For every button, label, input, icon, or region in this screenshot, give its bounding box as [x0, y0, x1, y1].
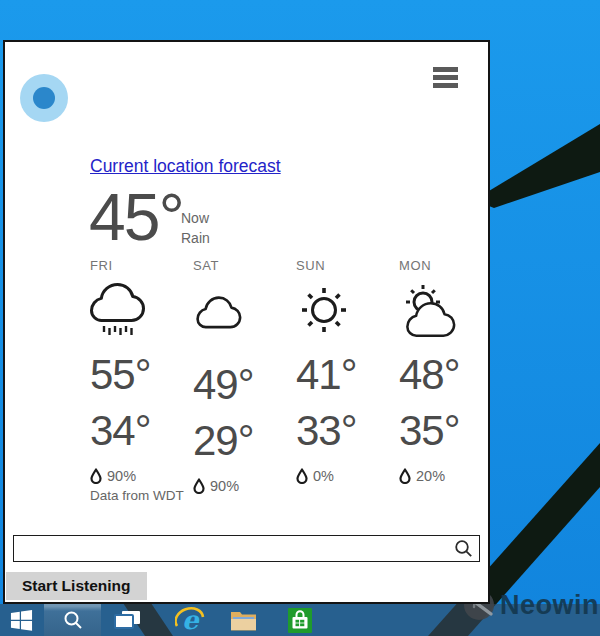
precip-value: 90% [107, 468, 136, 484]
low-temp: 35° [399, 410, 460, 466]
current-temp: 45° [89, 184, 183, 250]
neowin-wordmark: Neowin [500, 590, 599, 621]
forecast-day-column: SUN 41° 33° 0% [296, 258, 399, 494]
forecast-grid: FRI 55° 34° 90% SAT [90, 258, 502, 494]
cortana-search-box [13, 535, 480, 562]
high-temp: 48° [399, 354, 460, 410]
day-name: SAT [193, 258, 219, 280]
precip-value: 20% [416, 468, 445, 484]
current-conditions: Now Rain [181, 208, 210, 249]
low-temp: 29° [193, 420, 254, 476]
task-view-button[interactable] [106, 604, 148, 636]
file-explorer-button[interactable] [222, 604, 264, 636]
search-icon [63, 610, 83, 630]
precip-row: 90% [193, 478, 239, 494]
store-button[interactable] [282, 604, 318, 636]
menu-bar [433, 83, 458, 88]
precip-row: 20% [399, 468, 445, 484]
folder-icon [230, 609, 257, 631]
droplet-icon [399, 468, 411, 484]
menu-bar [433, 67, 458, 72]
current-location-forecast-link[interactable]: Current location forecast [90, 156, 281, 177]
high-temp: 41° [296, 354, 357, 410]
ie-icon: e [175, 606, 205, 634]
day-name: MON [399, 258, 431, 280]
now-label: Now [181, 208, 210, 228]
search-input[interactable] [18, 536, 452, 561]
sun-icon [296, 280, 352, 354]
internet-explorer-button[interactable]: e [168, 604, 212, 636]
day-name: SUN [296, 258, 325, 280]
store-icon [287, 606, 313, 634]
droplet-icon [90, 468, 102, 484]
droplet-icon [193, 478, 205, 494]
hamburger-menu-icon[interactable] [433, 67, 458, 91]
rain-cloud-icon [90, 280, 148, 354]
forecast-day-column: SAT 49° 29° 90% [193, 258, 296, 494]
high-temp: 55° [90, 354, 151, 410]
partly-cloudy-icon [399, 280, 459, 354]
day-name: FRI [90, 258, 113, 280]
forecast-day-column: FRI 55° 34° 90% [90, 258, 193, 494]
low-temp: 33° [296, 410, 357, 466]
start-button[interactable] [0, 604, 42, 636]
taskbar-search-button[interactable] [44, 604, 101, 636]
search-icon[interactable] [454, 539, 473, 558]
menu-bar [433, 75, 458, 80]
precip-row: 90% [90, 468, 136, 484]
condition-label: Rain [181, 228, 210, 248]
droplet-icon [296, 468, 308, 484]
high-temp: 49° [193, 364, 254, 420]
cloud-icon [193, 280, 247, 364]
start-listening-button[interactable]: Start Listening [6, 572, 147, 600]
data-attribution: Data from WDT [90, 488, 184, 503]
low-temp: 34° [90, 410, 151, 466]
windows-logo-icon [10, 609, 33, 632]
task-view-icon [114, 610, 141, 630]
precip-value: 0% [313, 468, 334, 484]
forecast-day-column: MON 48° 35° 20% [399, 258, 502, 494]
screen: { "cortana": { "orb_icon": "cortana-orb-… [0, 0, 600, 636]
precip-value: 90% [210, 478, 239, 494]
cortana-panel: Current location forecast 45° Now Rain F… [3, 40, 490, 604]
cortana-orb-inner [33, 87, 55, 109]
precip-row: 0% [296, 468, 334, 484]
cortana-orb-icon[interactable] [20, 74, 68, 122]
